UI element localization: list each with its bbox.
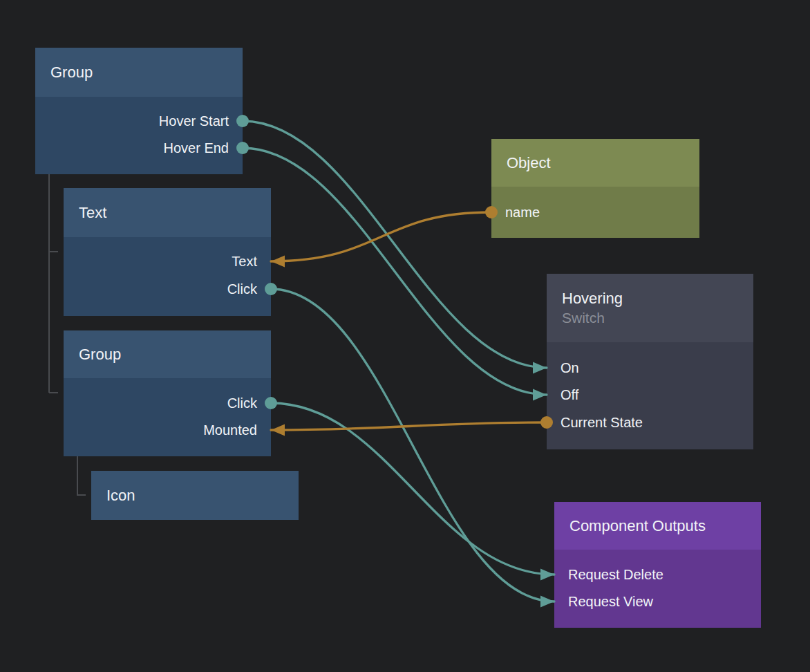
connection-click-to-request-view[interactable] [271, 289, 554, 601]
port-label-current-state: Current State [561, 413, 643, 431]
port-arrow-off[interactable] [533, 389, 547, 401]
port-label-click: Click [227, 394, 257, 412]
node-title: Hovering [562, 289, 748, 308]
node-header[interactable]: Text [64, 188, 271, 237]
hierarchy-line [49, 174, 58, 393]
port-label-name: name [505, 203, 540, 221]
node-header[interactable]: Group [35, 48, 243, 97]
port-arrow-on[interactable] [533, 362, 547, 374]
hierarchy-line [77, 456, 86, 495]
node-body: OnOffCurrent State [547, 342, 753, 449]
node-header[interactable]: Component Outputs [554, 502, 761, 550]
node-header[interactable]: HoveringSwitch [547, 274, 753, 342]
node-text-1[interactable]: TextTextClick [64, 188, 271, 316]
node-group-2[interactable]: GroupClickMounted [64, 330, 271, 456]
node-header[interactable]: Icon [91, 471, 299, 520]
node-graph-canvas[interactable]: GroupHover StartHover EndTextTextClickGr… [0, 0, 810, 672]
port-arrow-text[interactable] [271, 256, 285, 268]
node-subtitle: Switch [562, 308, 748, 327]
node-header[interactable]: Object [491, 139, 699, 187]
node-title: Group [50, 63, 237, 82]
node-body: name [491, 187, 699, 238]
connection-name-to-text[interactable] [271, 212, 491, 261]
node-body: TextClick [64, 237, 271, 316]
connection-click-to-request-delete[interactable] [271, 403, 554, 575]
port-label-off: Off [561, 386, 578, 404]
port-label-click: Click [227, 280, 257, 298]
node-title: Object [507, 153, 694, 173]
node-group-1[interactable]: GroupHover StartHover End [35, 48, 243, 174]
port-label-mounted: Mounted [203, 421, 257, 439]
port-label-request-view: Request View [568, 592, 653, 610]
port-arrow-request-view[interactable] [540, 596, 554, 608]
port-label-hover-end: Hover End [164, 139, 229, 157]
node-body: Hover StartHover End [35, 97, 243, 174]
node-icon-1[interactable]: Icon [91, 471, 299, 520]
node-header[interactable]: Group [64, 330, 271, 378]
node-title: Component Outputs [569, 516, 755, 536]
port-arrow-mounted[interactable] [271, 424, 285, 436]
node-hovering-1[interactable]: HoveringSwitchOnOffCurrent State [547, 274, 753, 449]
node-object-1[interactable]: Objectname [491, 139, 699, 238]
node-component-outputs[interactable]: Component OutputsRequest DeleteRequest V… [554, 502, 761, 628]
port-arrow-request-delete[interactable] [540, 569, 554, 581]
connection-current-state-to-mounted[interactable] [271, 422, 547, 430]
port-label-text: Text [232, 252, 257, 270]
port-label-hover-start: Hover Start [159, 112, 229, 130]
node-title: Text [79, 203, 265, 223]
node-title: Group [79, 345, 265, 364]
port-label-request-delete: Request Delete [568, 566, 663, 584]
node-body: Request DeleteRequest View [554, 550, 761, 628]
node-title: Icon [106, 486, 293, 505]
port-label-on: On [561, 359, 579, 377]
node-body: ClickMounted [64, 378, 271, 456]
